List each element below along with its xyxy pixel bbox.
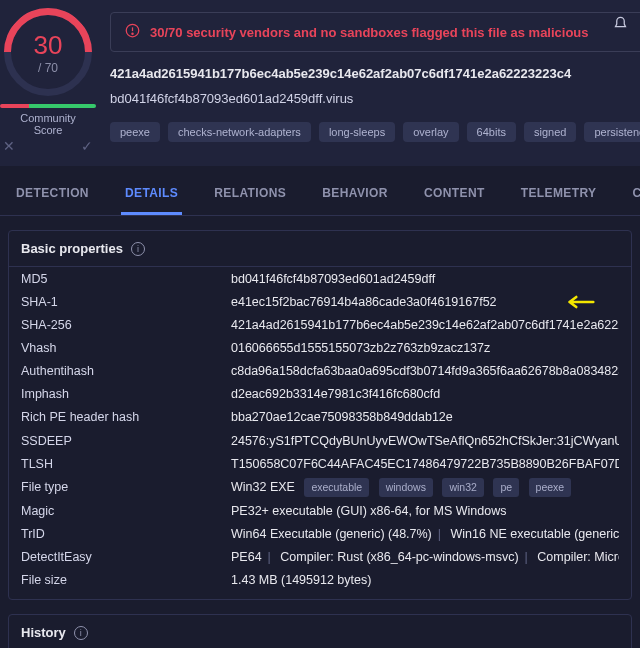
label-sha1: SHA-1 bbox=[21, 293, 231, 311]
label-filesize: File size bbox=[21, 571, 231, 589]
filetype-tag[interactable]: executable bbox=[304, 478, 369, 496]
tab-relations[interactable]: RELATIONS bbox=[210, 172, 290, 215]
community-score-label: Community Score bbox=[20, 112, 76, 136]
label-sha256: SHA-256 bbox=[21, 316, 231, 334]
label-ssdeep: SSDEEP bbox=[21, 432, 231, 450]
value-ssdeep: 24576:yS1fPTCQdyBUnUyvEWOwTSeAflQn652hCf… bbox=[231, 432, 619, 450]
filetype-tag[interactable]: win32 bbox=[442, 478, 483, 496]
tab-content[interactable]: CONTENT bbox=[420, 172, 489, 215]
file-name: bd041f46fcf4b87093ed601ad2459dff.virus bbox=[110, 91, 640, 106]
info-icon[interactable]: i bbox=[131, 242, 145, 256]
label-vhash: Vhash bbox=[21, 339, 231, 357]
label-filetype: File type bbox=[21, 478, 231, 497]
arrow-left-icon bbox=[561, 295, 595, 309]
svg-point-2 bbox=[132, 33, 133, 34]
history-title: History bbox=[21, 625, 66, 640]
label-tlsh: TLSH bbox=[21, 455, 231, 473]
value-sha1: e41ec15f2bac76914b4a86cade3a0f4619167f52 bbox=[231, 293, 619, 311]
tag[interactable]: persistence bbox=[584, 122, 640, 142]
filetype-tag[interactable]: pe bbox=[493, 478, 519, 496]
tab-details[interactable]: DETAILS bbox=[121, 172, 182, 215]
value-magic: PE32+ executable (GUI) x86-64, for MS Wi… bbox=[231, 502, 619, 520]
score-block: 30 / 70 Community Score ✕ ✓ bbox=[0, 8, 96, 154]
label-md5: MD5 bbox=[21, 270, 231, 288]
label-trid: TrID bbox=[21, 525, 231, 543]
tab-telemetry[interactable]: TELEMETRY bbox=[517, 172, 601, 215]
tag-row: peexe checks-network-adapters long-sleep… bbox=[110, 122, 640, 142]
alert-icon bbox=[125, 23, 140, 41]
label-rich: Rich PE header hash bbox=[21, 408, 231, 426]
value-sha256: 421a4ad2615941b177b6ec4ab5e239c14e62af2a… bbox=[231, 316, 619, 334]
filetype-tag[interactable]: windows bbox=[379, 478, 433, 496]
summary-panel: 30 / 70 Community Score ✕ ✓ 30/70 securi… bbox=[0, 0, 640, 166]
label-authentihash: Authentihash bbox=[21, 362, 231, 380]
value-tlsh: T150658C07F6C44AFAC45EC17486479722B735B8… bbox=[231, 455, 619, 473]
score-flagged: 30 bbox=[34, 30, 63, 61]
value-authentihash: c8da96a158dcfa63baa0a695cdf3b0714fd9a365… bbox=[231, 362, 619, 380]
tab-community[interactable]: COMMUNITY bbox=[629, 172, 640, 215]
tab-bar: DETECTION DETAILS RELATIONS BEHAVIOR CON… bbox=[0, 172, 640, 216]
value-filetype: Win32 EXE executable windows win32 pe pe… bbox=[231, 478, 619, 497]
value-md5: bd041f46fcf4b87093ed601ad2459dff bbox=[231, 270, 619, 288]
label-detectiteasy: DetectItEasy bbox=[21, 548, 231, 566]
score-total: / 70 bbox=[38, 61, 58, 75]
history-section: History i Creation Time2024-02-05 19:08:… bbox=[8, 614, 632, 648]
malicious-banner-text: 30/70 security vendors and no sandboxes … bbox=[150, 25, 589, 40]
close-icon[interactable]: ✕ bbox=[3, 138, 15, 154]
label-magic: Magic bbox=[21, 502, 231, 520]
malicious-banner: 30/70 security vendors and no sandboxes … bbox=[110, 12, 640, 52]
basic-properties-title: Basic properties bbox=[21, 241, 123, 256]
tag[interactable]: 64bits bbox=[467, 122, 516, 142]
tag[interactable]: signed bbox=[524, 122, 576, 142]
primary-hash: 421a4ad2615941b177b6ec4ab5e239c14e62af2a… bbox=[110, 66, 640, 81]
value-filesize: 1.43 MB (1495912 bytes) bbox=[231, 571, 619, 589]
tab-detection[interactable]: DETECTION bbox=[12, 172, 93, 215]
score-ring: 30 / 70 bbox=[4, 8, 92, 96]
value-rich: bba270ae12cae75098358b849ddab12e bbox=[231, 408, 619, 426]
value-imphash: d2eac692b3314e7981c3f416fc680cfd bbox=[231, 385, 619, 403]
tag[interactable]: checks-network-adapters bbox=[168, 122, 311, 142]
score-bar bbox=[0, 104, 96, 108]
tag[interactable]: overlay bbox=[403, 122, 458, 142]
bell-icon[interactable] bbox=[613, 16, 628, 34]
value-trid: Win64 Executable (generic) (48.7%)| Win1… bbox=[231, 525, 619, 543]
value-detectiteasy: PE64| Compiler: Rust (x86_64-pc-windows-… bbox=[231, 548, 619, 566]
basic-properties-section: Basic properties i MD5bd041f46fcf4b87093… bbox=[8, 230, 632, 600]
value-vhash: 016066655d1555155073zb2z763zb9zacz137z bbox=[231, 339, 619, 357]
tab-behavior[interactable]: BEHAVIOR bbox=[318, 172, 392, 215]
tag[interactable]: peexe bbox=[110, 122, 160, 142]
label-imphash: Imphash bbox=[21, 385, 231, 403]
tag[interactable]: long-sleeps bbox=[319, 122, 395, 142]
info-icon[interactable]: i bbox=[74, 626, 88, 640]
check-icon[interactable]: ✓ bbox=[81, 138, 93, 154]
filetype-tag[interactable]: peexe bbox=[529, 478, 572, 496]
